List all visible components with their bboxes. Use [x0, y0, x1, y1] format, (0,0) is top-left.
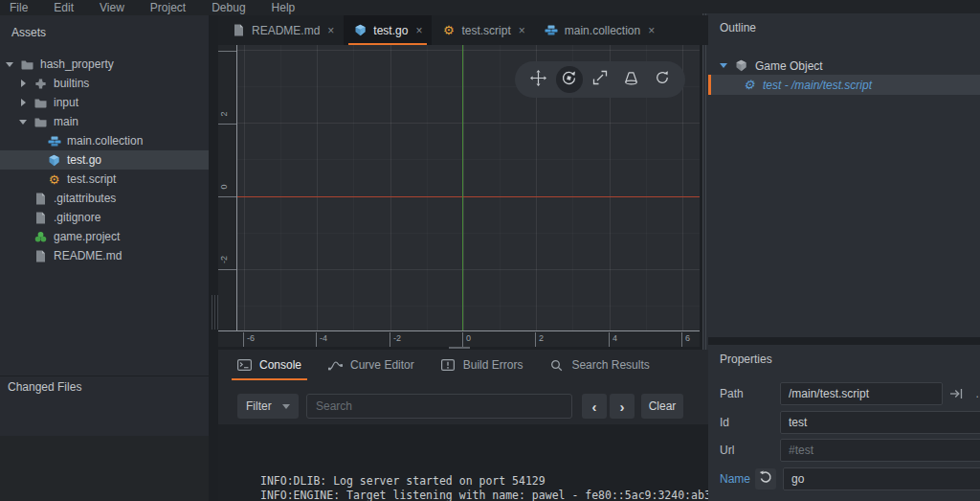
close-icon[interactable]: × [415, 24, 422, 37]
expander-icon[interactable] [19, 233, 28, 241]
tree-row-label: builtins [54, 77, 89, 90]
close-icon[interactable]: × [648, 24, 655, 37]
console-search-input[interactable] [306, 394, 572, 419]
tree-row[interactable]: builtins [0, 74, 209, 93]
expander-icon[interactable] [19, 99, 28, 107]
tree-row[interactable]: test.go [0, 150, 209, 170]
bottom-splitter-handle[interactable] [449, 347, 470, 349]
url-label: Url [720, 444, 734, 457]
expander-icon[interactable] [19, 252, 28, 261]
menu-item[interactable]: Debug [212, 1, 245, 14]
filter-label: Filter [246, 399, 272, 413]
menu-item[interactable]: Project [150, 1, 186, 14]
project-icon [33, 230, 48, 244]
property-row-id: Id [708, 411, 980, 434]
expander-icon[interactable] [33, 175, 41, 184]
tool-button[interactable] [524, 66, 551, 93]
tree-row[interactable]: game.project [0, 227, 209, 246]
editor-tab[interactable]: ⚙ test.script × [432, 15, 534, 45]
expander-icon[interactable] [6, 60, 14, 69]
tree-row[interactable]: .gitattributes [0, 189, 209, 208]
close-icon[interactable]: × [519, 24, 525, 37]
puzzle-icon [33, 77, 48, 91]
menu-item[interactable]: View [100, 1, 124, 14]
close-icon[interactable]: × [327, 24, 334, 37]
console-tabbar: Console Curve Editor Build Errors Search… [218, 350, 714, 380]
tree-row-label: main.collection [67, 134, 143, 148]
id-label: Id [720, 416, 729, 429]
property-row-url: Url [708, 439, 980, 462]
editor-tabbar: README.md × test.go × ⚙ test.script × ma… [218, 15, 712, 45]
tree-row[interactable]: main.collection [0, 131, 209, 150]
outline-item-label: test - /main/test.script [763, 79, 872, 92]
tree-row[interactable]: .gitignore [0, 208, 209, 227]
file-icon [232, 23, 246, 37]
cube-gray-icon [734, 58, 748, 73]
search-icon [549, 358, 564, 373]
tree-row[interactable]: ⚙ test.script [0, 170, 209, 189]
tree-row-label: .gitignore [54, 211, 100, 224]
outline-root-row[interactable]: Game Object [708, 56, 980, 76]
clear-console-button[interactable]: Clear [641, 394, 683, 419]
tree-row[interactable]: README.md [0, 246, 209, 265]
error-icon [441, 358, 456, 373]
expander-icon[interactable] [19, 214, 28, 222]
expander-icon[interactable] [19, 194, 28, 203]
menu-item[interactable]: File [10, 1, 28, 14]
editor-tab[interactable]: main.collection × [535, 15, 664, 45]
browse-ellipsis-icon[interactable]: … [970, 385, 980, 402]
tree-row-label: .gitattributes [54, 192, 116, 205]
ruler-tick: 4 [218, 51, 236, 52]
menu-item[interactable]: Help [272, 1, 296, 14]
tab-label: Search Results [571, 358, 649, 372]
chevron-down-icon[interactable] [720, 63, 727, 68]
tool-button[interactable] [556, 66, 583, 93]
next-match-button[interactable]: › [610, 394, 635, 419]
console-tab[interactable]: Console [224, 350, 315, 380]
menu-item[interactable]: Edit [54, 1, 74, 14]
frustum-tool-icon [624, 71, 638, 89]
name-input[interactable] [783, 467, 980, 490]
console-tab[interactable]: Curve Editor [315, 350, 428, 380]
script-blue-icon: ⚙ [742, 78, 756, 92]
ruler-tick: 2 [218, 124, 236, 125]
ruler-tick: 6 [681, 332, 690, 347]
rotate-tool-icon [561, 70, 577, 90]
tab-label: test.go [373, 24, 408, 37]
editor-tab[interactable]: test.go × [344, 15, 432, 45]
script-icon: ⚙ [47, 172, 61, 187]
editor-tab[interactable]: README.md × [222, 15, 344, 45]
console-tab[interactable]: Search Results [536, 350, 662, 380]
tree-row-label: input [54, 96, 78, 109]
expander-icon[interactable] [33, 137, 41, 146]
tool-button[interactable] [649, 66, 676, 93]
console-tab[interactable]: Build Errors [428, 350, 537, 380]
file-icon [33, 211, 48, 225]
assets-title: Assets [11, 26, 46, 39]
console-panel: Console Curve Editor Build Errors Search… [218, 350, 708, 501]
expander-icon[interactable] [19, 118, 28, 126]
tree-row[interactable]: main [0, 112, 209, 131]
tab-label: Build Errors [463, 358, 523, 372]
prev-match-button[interactable]: ‹ [582, 394, 607, 419]
url-input[interactable] [780, 439, 980, 462]
console-log[interactable]: INFO:DLIB: Log server started on port 54… [218, 424, 708, 501]
reset-property-button[interactable] [755, 468, 776, 490]
outline-title: Outline [720, 21, 756, 34]
outline-root-label: Game Object [755, 59, 823, 73]
folder-icon [33, 115, 48, 129]
outline-script-row[interactable]: ⚙ test - /main/test.script [708, 75, 980, 95]
property-row-path: Path … [708, 382, 980, 405]
tab-label: test.script [461, 24, 510, 37]
tree-row[interactable]: hash_property [0, 55, 209, 74]
tool-button[interactable] [618, 66, 645, 93]
goto-resource-icon[interactable] [946, 385, 967, 402]
filter-dropdown[interactable]: Filter [237, 394, 299, 419]
path-input[interactable] [780, 382, 943, 405]
expander-icon[interactable] [33, 156, 41, 165]
tool-button[interactable] [587, 66, 613, 93]
id-input[interactable] [780, 411, 980, 434]
script-icon: ⚙ [441, 23, 456, 37]
expander-icon[interactable] [19, 80, 28, 88]
tree-row[interactable]: input [0, 93, 209, 112]
